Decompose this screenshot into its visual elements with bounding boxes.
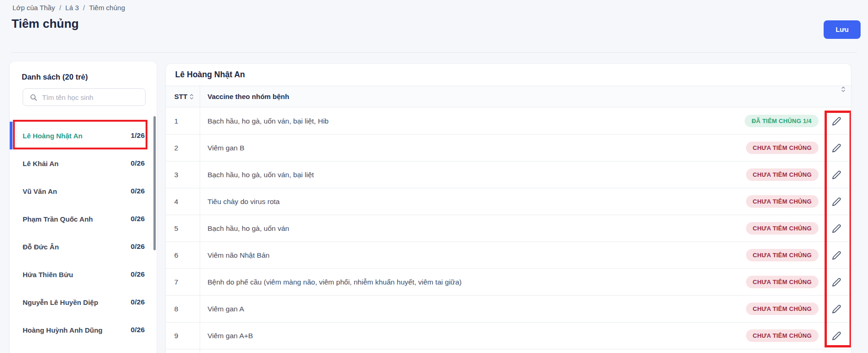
vaccine-table-row: 3 Bạch hầu, ho gà, uốn ván, bại liệt CHƯ…: [166, 161, 851, 188]
breadcrumb-item-group[interactable]: Lá 3: [65, 4, 79, 12]
breadcrumb: Lớp của Thầy / Lá 3 / Tiêm chủng: [12, 4, 125, 12]
vaccine-name: Viêm não Nhật Bản: [208, 242, 269, 268]
status-badge-not-vaccinated: CHƯA TIÊM CHỦNG: [746, 249, 819, 261]
status-cell: CHƯA TIÊM CHỦNG: [746, 215, 819, 242]
vaccine-name: Bạch hầu, ho gà, uốn ván: [208, 215, 289, 242]
row-index: 5: [174, 215, 178, 242]
status-cell: CHƯA TIÊM CHỦNG: [746, 161, 819, 188]
row-index: 8: [174, 296, 178, 322]
pencil-icon: [832, 117, 841, 126]
student-name: Hoàng Huỳnh Anh Dũng: [23, 326, 103, 334]
breadcrumb-separator: /: [59, 4, 61, 12]
status-cell: CHƯA TIÊM CHỦNG: [746, 188, 819, 215]
pencil-icon: [832, 143, 841, 153]
student-list-panel: Danh sách (20 trẻ) Lê Hoàng Nhật An 1/26…: [9, 61, 157, 353]
pencil-icon: [832, 224, 841, 233]
row-index: 3: [174, 161, 178, 188]
vaccine-name: Viêm gan B: [208, 135, 245, 161]
student-name: Vũ Văn An: [23, 187, 57, 195]
sidebar-scrollbar-thumb[interactable]: [153, 116, 156, 250]
student-vaccine-count: 0/26: [131, 242, 145, 251]
table-header-row: STT Vaccine theo nhóm bệnh: [166, 86, 851, 107]
status-cell: CHƯA TIÊM CHỦNG: [746, 269, 819, 295]
save-button[interactable]: Lưu: [824, 20, 861, 39]
student-list: Lê Hoàng Nhật An 1/26 Lê Khải An 0/26 Vũ…: [10, 122, 158, 344]
student-name: Lê Khải An: [23, 160, 59, 167]
edit-button[interactable]: [831, 322, 843, 349]
status-badge-not-vaccinated: CHƯA TIÊM CHỦNG: [746, 142, 819, 154]
edit-button[interactable]: [831, 296, 843, 322]
header-divider: [11, 52, 857, 53]
edit-button[interactable]: [831, 269, 843, 295]
student-list-item[interactable]: Nguyễn Lê Huyền Diệp 0/26: [10, 288, 158, 316]
vaccine-name: Bạch hầu, ho gà, uốn ván, bại liệt, Hib: [208, 108, 329, 134]
student-name: Nguyễn Lê Huyền Diệp: [23, 298, 98, 306]
student-name: Lê Hoàng Nhật An: [23, 132, 82, 140]
row-index: 6: [174, 242, 178, 268]
status-badge-not-vaccinated: CHƯA TIÊM CHỦNG: [746, 276, 819, 288]
page-title: Tiêm chủng: [12, 17, 79, 31]
student-search-box[interactable]: [23, 88, 146, 106]
student-list-item[interactable]: Vũ Văn An 0/26: [10, 177, 158, 205]
vaccine-name: Tiêu chảy do virus rota: [208, 188, 280, 215]
student-name: Đỗ Đức Ân: [23, 243, 59, 251]
vaccine-table-row: 7 Bệnh do phế cầu (viêm màng não, viêm p…: [166, 269, 851, 296]
student-list-item[interactable]: Hứa Thiên Bửu 0/26: [10, 260, 158, 288]
vaccine-table-row: 9 Viêm gan A+B CHƯA TIÊM CHỦNG: [166, 322, 851, 349]
row-index: 9: [174, 322, 178, 349]
column-header-vaccine: Vaccine theo nhóm bệnh: [208, 86, 289, 107]
edit-button[interactable]: [831, 135, 843, 161]
pencil-icon: [832, 304, 841, 314]
student-vaccine-count: 0/26: [131, 187, 145, 195]
status-cell: CHƯA TIÊM CHỦNG: [746, 296, 819, 322]
status-cell: CHƯA TIÊM CHỦNG: [746, 242, 819, 268]
breadcrumb-item-class[interactable]: Lớp của Thầy: [12, 4, 55, 12]
vaccine-table-row: 5 Bạch hầu, ho gà, uốn ván CHƯA TIÊM CHỦ…: [166, 215, 851, 242]
row-index: 4: [174, 188, 178, 215]
student-vaccine-count: 0/26: [131, 215, 145, 223]
status-badge-not-vaccinated: CHƯA TIÊM CHỦNG: [746, 329, 819, 342]
sort-icon-right[interactable]: [841, 86, 845, 107]
sort-icon[interactable]: [189, 93, 194, 100]
edit-button[interactable]: [831, 215, 843, 242]
student-name: Phạm Trần Quốc Anh: [23, 215, 93, 223]
column-header-stt[interactable]: STT: [174, 86, 194, 107]
edit-button[interactable]: [831, 188, 843, 215]
student-name: Hứa Thiên Bửu: [23, 271, 73, 279]
pencil-icon: [832, 331, 841, 341]
student-list-item[interactable]: Phạm Trần Quốc Anh 0/26: [10, 205, 158, 233]
pencil-icon: [832, 170, 841, 180]
row-index: 2: [174, 135, 178, 161]
edit-button[interactable]: [831, 242, 843, 268]
vaccine-name: Viêm gan A+B: [208, 322, 253, 349]
vaccine-name: Bạch hầu, ho gà, uốn ván, bại liệt: [208, 161, 314, 188]
edit-button[interactable]: [831, 161, 843, 188]
student-list-item[interactable]: Lê Hoàng Nhật An 1/26: [10, 122, 158, 149]
student-vaccine-count: 1/26: [131, 131, 145, 140]
row-index: 7: [174, 269, 178, 295]
row-index: 1: [174, 108, 178, 134]
edit-button[interactable]: [831, 108, 843, 134]
vaccine-table-body: 1 Bạch hầu, ho gà, uốn ván, bại liệt, Hi…: [166, 108, 851, 349]
student-list-item[interactable]: Lê Khải An 0/26: [10, 149, 158, 177]
status-cell: ĐÃ TIÊM CHỦNG 1/4: [745, 108, 819, 134]
status-badge-not-vaccinated: CHƯA TIÊM CHỦNG: [746, 303, 819, 315]
status-cell: CHƯA TIÊM CHỦNG: [746, 135, 819, 161]
student-vaccine-count: 0/26: [131, 159, 145, 167]
vaccine-table-row: 4 Tiêu chảy do virus rota CHƯA TIÊM CHỦN…: [166, 188, 851, 215]
status-cell: CHƯA TIÊM CHỦNG: [746, 322, 819, 349]
student-list-item[interactable]: Đỗ Đức Ân 0/26: [10, 233, 158, 260]
column-header-stt-label: STT: [174, 93, 187, 100]
pencil-icon: [832, 278, 841, 287]
vaccine-table-row: 8 Viêm gan A CHƯA TIÊM CHỦNG: [166, 296, 851, 322]
vaccine-table-row: 1 Bạch hầu, ho gà, uốn ván, bại liệt, Hi…: [166, 108, 851, 135]
student-vaccine-count: 0/26: [131, 270, 145, 279]
status-badge-not-vaccinated: CHƯA TIÊM CHỦNG: [746, 222, 819, 235]
breadcrumb-item-current: Tiêm chủng: [89, 4, 125, 12]
selected-indicator-bar: [10, 122, 12, 149]
vaccine-name: Bệnh do phế cầu (viêm màng não, viêm phổ…: [208, 269, 462, 295]
student-search-input[interactable]: [42, 93, 141, 101]
student-list-item[interactable]: Hoàng Huỳnh Anh Dũng 0/26: [10, 316, 158, 344]
vaccine-table-row: 2 Viêm gan B CHƯA TIÊM CHỦNG: [166, 135, 851, 161]
vaccination-panel: Lê Hoàng Nhật An STT Vaccine theo nhóm b…: [165, 63, 851, 353]
